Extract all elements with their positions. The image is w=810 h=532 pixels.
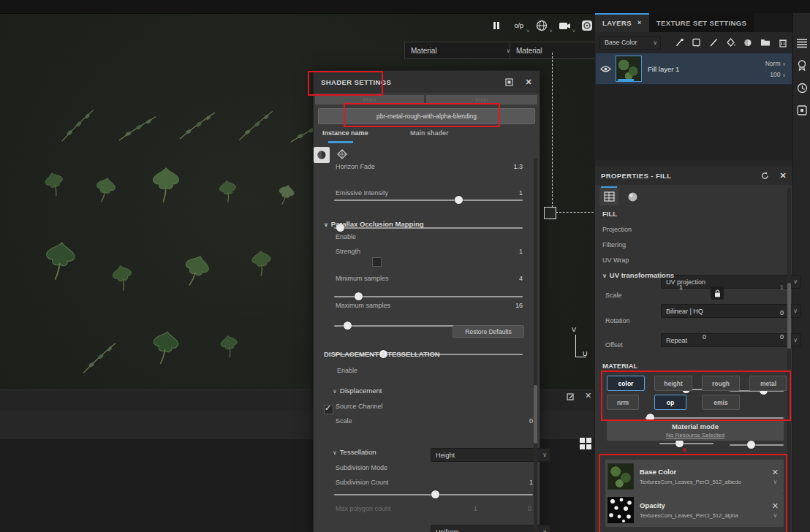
remove-base-color-icon[interactable]: ✕ (772, 468, 779, 476)
add-paint-layer-icon[interactable] (708, 37, 719, 48)
shader-sphere-icon[interactable] (314, 147, 330, 163)
leaf-sprite (216, 178, 240, 205)
subdivision-mode-dropdown[interactable]: Uniform∨ (431, 525, 550, 532)
leaf-sprite (217, 333, 241, 360)
close-tab-icon[interactable]: × (637, 19, 642, 26)
display-settings-icon[interactable] (797, 105, 807, 115)
view3d-channel-dropdown[interactable]: Material∨ (404, 42, 517, 59)
channel-button[interactable]: color (607, 376, 645, 391)
perspective-toggle-icon[interactable]: o/p˅ (512, 19, 525, 32)
shader-instance-bar-right[interactable]: Main (426, 95, 537, 104)
source-channel-label: Source Channel (336, 403, 383, 410)
pause-icon[interactable] (490, 19, 502, 32)
add-group-icon[interactable] (760, 37, 771, 48)
displacement-enable-checkbox[interactable] (324, 405, 333, 414)
channel-button[interactable]: emis (702, 395, 740, 410)
uv-tile-corner-handle[interactable] (544, 207, 556, 219)
tab-instance-name[interactable]: Instance name (322, 129, 368, 137)
dialog-scrollbar[interactable] (534, 159, 537, 531)
base-color-expand-icon[interactable]: ∨ (773, 479, 777, 485)
shader-settings-dialog: SHADER SETTINGS ✕ Main Main pbr-metal-ro… (313, 70, 540, 532)
tab-main-shader[interactable]: Main shader (410, 129, 449, 137)
layer-opacity-dropdown[interactable]: 100 ∨ (770, 71, 786, 78)
shader-select-button[interactable]: pbr-metal-rough-with-alpha-blending (318, 108, 535, 124)
channel-button[interactable]: op (654, 395, 686, 410)
channel-button[interactable]: height (654, 376, 692, 391)
view2d-channel-dropdown[interactable]: Material (510, 42, 607, 59)
layer-thumbnail[interactable] (616, 56, 642, 82)
tab-material-preview[interactable] (623, 188, 642, 205)
material-mode-button[interactable]: Material mode No Resource Selected (607, 420, 784, 441)
twig-sprite (177, 110, 218, 140)
scale-lock-icon[interactable] (711, 286, 724, 300)
duplicate-icon[interactable] (692, 37, 703, 48)
uv-tile-border (552, 53, 553, 208)
delete-layer-icon[interactable] (777, 37, 788, 48)
source-channel-dropdown[interactable]: Height∨ (431, 448, 550, 462)
base-color-thumbnail[interactable] (608, 463, 634, 490)
properties-scrollbar[interactable] (787, 188, 791, 532)
opacity-slot[interactable]: Opacity TexturesCom_Leaves_PerCl_512_alp… (605, 493, 784, 527)
undock-panel-icon[interactable] (567, 393, 575, 401)
subdivision-count-label: Subdivision Count (336, 479, 389, 486)
tab-layers[interactable]: LAYERS × (595, 13, 649, 32)
offset-x-slider[interactable] (659, 443, 714, 444)
close-properties-icon[interactable]: ✕ (779, 172, 787, 179)
dock-dialog-icon[interactable] (505, 78, 513, 86)
twig-sprite (235, 108, 278, 142)
displacement-subheader[interactable]: ∨Displacement (333, 387, 382, 395)
tab-fill-settings[interactable] (599, 188, 618, 205)
tessellation-subheader[interactable]: ∨Tessellation (333, 448, 376, 456)
annotation-number: 6 (683, 446, 686, 453)
twig-sprite (116, 111, 159, 145)
leaf-sprite (177, 251, 214, 291)
uv-transformations-header[interactable]: ∨UV transformations (602, 271, 674, 279)
base-color-slot[interactable]: Base Color TexturesCom_Leaves_PerCl_512_… (605, 460, 784, 493)
shader-dialog-titlebar[interactable]: SHADER SETTINGS ✕ (314, 71, 540, 93)
camera-icon[interactable]: ˅ (559, 19, 571, 32)
tab-underline (328, 141, 353, 143)
channel-button[interactable]: rough (702, 376, 740, 391)
render-icon[interactable] (581, 19, 594, 32)
filtering-label: Filtering (602, 241, 626, 248)
pom-enable-checkbox[interactable] (372, 257, 382, 267)
twig-sprite (55, 107, 99, 142)
remove-opacity-icon[interactable]: ✕ (772, 502, 779, 509)
viewport-toolbar: o/p˅ ˅ ˅ (490, 18, 594, 34)
rotation-slider[interactable] (645, 417, 784, 419)
tessellation-diamond-icon[interactable] (336, 148, 349, 160)
layer-list: Fill layer 1 Norm ∨ 100 ∨ (595, 53, 792, 160)
layer-visibility-eye-icon[interactable] (600, 64, 611, 75)
restore-defaults-button[interactable]: Restore Defaults (453, 325, 524, 338)
leaf-sprite (249, 248, 275, 278)
channel-filter-dropdown[interactable]: Base Color∨ (599, 36, 661, 50)
reset-properties-icon[interactable] (761, 172, 769, 180)
max-polygon-value2: 0 (521, 505, 531, 512)
uv-wrap-label: UV Wrap (602, 256, 629, 264)
opacity-thumbnail[interactable] (608, 497, 634, 523)
shader-instance-bar-left[interactable]: Main (315, 95, 424, 104)
channel-button[interactable]: nrm (607, 395, 639, 410)
blend-mode-dropdown[interactable]: Norm ∨ (765, 60, 786, 67)
add-smart-material-icon[interactable] (743, 37, 754, 48)
max-polygon-value: 1 (467, 505, 477, 512)
layer-name[interactable]: Fill layer 1 (648, 65, 679, 73)
horizon-fade-slider[interactable] (334, 200, 523, 201)
history-icon[interactable] (797, 83, 808, 94)
pom-section-header[interactable]: ∨Parallax Occlusion Mapping (324, 220, 424, 228)
environment-icon[interactable]: ˅ (535, 19, 548, 32)
close-panel-icon[interactable]: ✕ (585, 392, 591, 399)
thumbnail-grid-icon[interactable] (578, 436, 593, 451)
shelf-icon[interactable] (797, 60, 807, 71)
close-dialog-icon[interactable]: ✕ (525, 78, 532, 86)
displacement-scale-slider[interactable] (334, 494, 533, 495)
panel-list-icon[interactable] (796, 38, 808, 48)
channel-button[interactable]: metal (749, 376, 787, 391)
add-fill-layer-icon[interactable] (726, 37, 737, 48)
add-effect-icon[interactable] (674, 37, 685, 48)
opacity-expand-icon[interactable]: ∨ (773, 512, 777, 519)
layer-row[interactable]: Fill layer 1 Norm ∨ 100 ∨ (595, 53, 792, 85)
strength-slider[interactable] (334, 296, 523, 297)
tab-texture-set-settings[interactable]: TEXTURE SET SETTINGS (649, 13, 754, 32)
offset-y-slider[interactable] (730, 444, 784, 446)
